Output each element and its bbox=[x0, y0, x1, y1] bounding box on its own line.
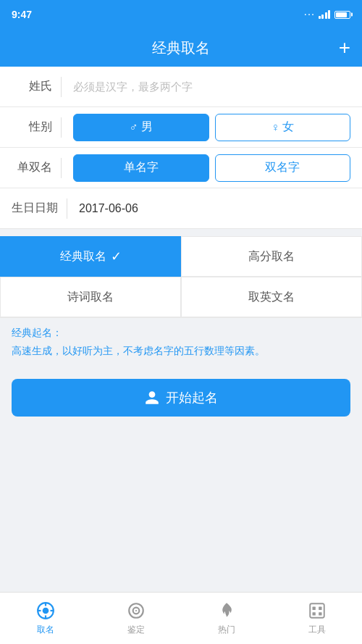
female-icon: ♀ bbox=[271, 121, 279, 134]
form-area: 姓氏 性别 ♂ 男 ♀ 女 单双名 单名字 双名字 bbox=[0, 67, 362, 188]
svg-rect-11 bbox=[319, 607, 321, 610]
bottom-nav: 取名 鉴定 热门 bbox=[0, 592, 362, 644]
status-icons: ··· bbox=[304, 10, 350, 19]
description-title: 经典起名： bbox=[12, 327, 350, 340]
classic-name-label: 经典取名 bbox=[60, 249, 106, 264]
svg-rect-10 bbox=[312, 607, 315, 610]
svg-rect-9 bbox=[310, 603, 324, 618]
surname-input[interactable] bbox=[73, 80, 350, 93]
battery-icon bbox=[334, 11, 350, 19]
birthday-separator bbox=[67, 198, 67, 219]
start-naming-label: 开始起名 bbox=[166, 389, 218, 406]
nav-item-appraise[interactable]: 鉴定 bbox=[90, 593, 181, 644]
nav-label-appraise: 鉴定 bbox=[127, 624, 145, 636]
page-title: 经典取名 bbox=[152, 38, 210, 58]
highscore-name-cell[interactable]: 高分取名 bbox=[181, 236, 362, 277]
signal-bars-icon bbox=[319, 10, 331, 19]
male-label: 男 bbox=[141, 120, 153, 135]
description-text: 高速生成，以好听为主，不考虑名字的五行数理等因素。 bbox=[12, 343, 350, 359]
signal-dots: ··· bbox=[304, 10, 315, 19]
surname-separator bbox=[61, 77, 62, 97]
birthday-value: 2017-06-06 bbox=[79, 202, 138, 215]
gender-female-button[interactable]: ♀ 女 bbox=[215, 114, 351, 141]
nav-item-tools[interactable]: 工具 bbox=[272, 593, 362, 644]
nav-item-hot[interactable]: 热门 bbox=[181, 593, 272, 644]
female-label: 女 bbox=[282, 120, 294, 135]
app-header: 经典取名 + bbox=[0, 29, 362, 67]
hot-icon bbox=[216, 601, 237, 621]
description-section: 经典起名： 高速生成，以好听为主，不考虑名字的五行数理等因素。 bbox=[0, 318, 362, 364]
nav-label-hot: 热门 bbox=[218, 624, 235, 636]
start-button-wrapper: 开始起名 bbox=[0, 364, 362, 428]
male-icon: ♂ bbox=[130, 121, 138, 134]
birthday-row[interactable]: 生日日期 2017-06-06 bbox=[0, 188, 362, 229]
start-naming-button[interactable]: 开始起名 bbox=[12, 379, 350, 417]
name-type-row: 单双名 单名字 双名字 bbox=[0, 148, 362, 188]
section-gap-1 bbox=[0, 229, 362, 236]
nav-label-tools: 工具 bbox=[308, 624, 326, 636]
appraise-icon bbox=[126, 601, 146, 621]
svg-rect-13 bbox=[319, 612, 321, 615]
tools-icon bbox=[307, 601, 327, 621]
double-name-label: 双名字 bbox=[265, 160, 300, 175]
nav-item-naming[interactable]: 取名 bbox=[0, 593, 90, 644]
gender-row: 性别 ♂ 男 ♀ 女 bbox=[0, 107, 362, 148]
single-name-label: 单名字 bbox=[124, 160, 159, 175]
svg-rect-12 bbox=[312, 612, 315, 615]
birthday-label: 生日日期 bbox=[12, 201, 58, 216]
add-button[interactable]: + bbox=[339, 38, 350, 58]
name-type-label: 单双名 bbox=[12, 160, 52, 175]
gender-toggle-group: ♂ 男 ♀ 女 bbox=[73, 114, 350, 141]
gender-separator bbox=[61, 117, 62, 138]
english-name-label: 取英文名 bbox=[248, 290, 295, 305]
surname-row: 姓氏 bbox=[0, 67, 362, 107]
poetry-name-label: 诗词取名 bbox=[67, 290, 114, 305]
classic-name-cell[interactable]: 经典取名 ✓ bbox=[0, 236, 181, 277]
status-bar: 9:47 ··· bbox=[0, 0, 362, 29]
nav-label-naming: 取名 bbox=[37, 624, 54, 636]
english-name-cell[interactable]: 取英文名 bbox=[181, 277, 362, 317]
poetry-name-cell[interactable]: 诗词取名 bbox=[0, 277, 181, 317]
svg-point-1 bbox=[42, 608, 49, 614]
status-time: 9:47 bbox=[12, 9, 32, 20]
gender-male-button[interactable]: ♂ 男 bbox=[73, 114, 209, 141]
single-name-button[interactable]: 单名字 bbox=[73, 154, 209, 182]
svg-point-8 bbox=[135, 610, 136, 611]
gender-label: 性别 bbox=[12, 120, 52, 135]
check-icon: ✓ bbox=[111, 248, 122, 264]
person-icon bbox=[144, 390, 160, 406]
double-name-button[interactable]: 双名字 bbox=[215, 154, 351, 182]
highscore-name-label: 高分取名 bbox=[248, 249, 295, 264]
name-type-separator bbox=[61, 158, 62, 178]
name-type-toggle-group: 单名字 双名字 bbox=[73, 154, 350, 182]
naming-icon bbox=[35, 601, 56, 621]
surname-label: 姓氏 bbox=[12, 79, 52, 94]
name-method-grid: 经典取名 ✓ 高分取名 诗词取名 取英文名 bbox=[0, 236, 362, 318]
